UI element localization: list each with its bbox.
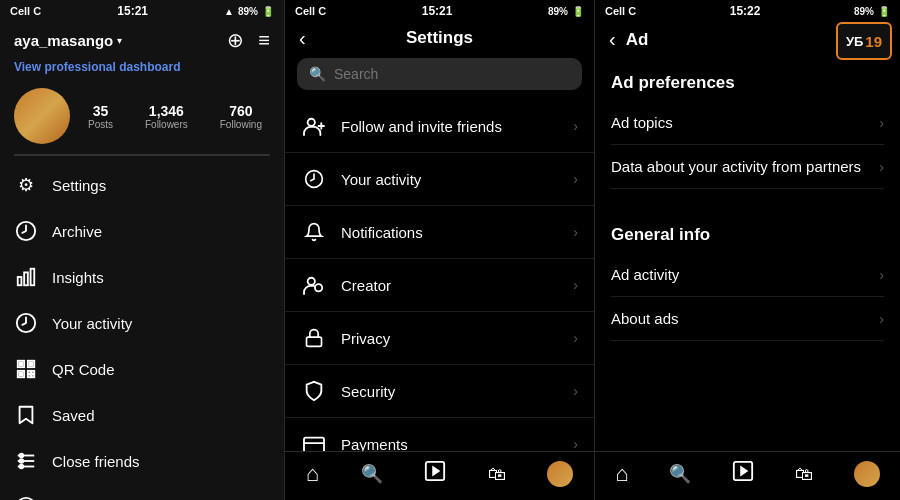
status-icons-2: 89% 🔋 bbox=[548, 6, 584, 17]
follow-invite-label: Follow and invite friends bbox=[341, 118, 502, 135]
watermark-text: УБ bbox=[846, 34, 863, 49]
ads-back-button[interactable]: ‹ bbox=[609, 28, 616, 51]
payments-icon bbox=[301, 431, 327, 451]
following-count: 760 bbox=[229, 103, 252, 119]
ad-preferences-section: Ad preferences Ad topics › Data about yo… bbox=[611, 61, 884, 189]
sidebar-item-close-friends[interactable]: Close friends bbox=[0, 438, 284, 484]
pro-dashboard-link[interactable]: View professional dashboard bbox=[0, 58, 284, 82]
panel-ads: Cell C 15:22 89% 🔋 ‹ Ad УБ 19 Ad prefere… bbox=[595, 0, 900, 500]
username-chevron-icon: ▾ bbox=[117, 35, 122, 46]
security-icon bbox=[301, 378, 327, 404]
settings-item-follow-invite[interactable]: Follow and invite friends › bbox=[285, 100, 594, 153]
ads-header: ‹ Ad УБ 19 bbox=[595, 22, 900, 61]
general-info-title: General info bbox=[611, 209, 884, 253]
back-button[interactable]: ‹ bbox=[299, 27, 306, 50]
svg-point-24 bbox=[308, 119, 315, 126]
sidebar-item-covid[interactable]: COVID-19 Information Centre bbox=[0, 484, 284, 500]
svg-point-29 bbox=[315, 284, 322, 291]
nav-avatar-3[interactable] bbox=[854, 461, 880, 487]
settings-item-security[interactable]: Security › bbox=[285, 365, 594, 418]
archive-label: Archive bbox=[52, 223, 102, 240]
battery-3: 89% bbox=[854, 6, 874, 17]
posts-count: 35 bbox=[93, 103, 109, 119]
payments-label: Payments bbox=[341, 436, 408, 452]
svg-rect-15 bbox=[32, 375, 35, 378]
settings-item-your-activity[interactable]: Your activity › bbox=[285, 153, 594, 206]
nav-search-icon-3[interactable]: 🔍 bbox=[669, 463, 691, 485]
username: aya_masango bbox=[14, 32, 113, 49]
new-post-icon[interactable]: ⊕ bbox=[227, 28, 244, 52]
ad-topics-label: Ad topics bbox=[611, 114, 673, 131]
posts-label: Posts bbox=[88, 119, 113, 130]
sidebar-item-insights[interactable]: Insights bbox=[0, 254, 284, 300]
ads-item-about-ads[interactable]: About ads › bbox=[611, 297, 884, 341]
svg-rect-8 bbox=[20, 363, 23, 366]
status-bar-1: Cell C 15:21 ▲ 89% 🔋 bbox=[0, 0, 284, 22]
carrier-2: Cell C bbox=[295, 5, 326, 17]
sidebar-item-archive[interactable]: Archive bbox=[0, 208, 284, 254]
nav-avatar[interactable] bbox=[547, 461, 573, 487]
battery-icon-3: 🔋 bbox=[878, 6, 890, 17]
search-bar[interactable]: 🔍 bbox=[297, 58, 582, 90]
svg-rect-13 bbox=[32, 371, 35, 374]
stat-following: 760 Following bbox=[220, 103, 262, 130]
sidebar-menu: ⚙ Settings Archive Insights bbox=[0, 162, 284, 500]
ads-item-ad-activity[interactable]: Ad activity › bbox=[611, 253, 884, 297]
nav-reels-icon[interactable] bbox=[424, 460, 446, 488]
settings-item-payments[interactable]: Payments › bbox=[285, 418, 594, 451]
activity-icon bbox=[14, 311, 38, 335]
chevron-security: › bbox=[573, 383, 578, 399]
nav-home-icon[interactable]: ⌂ bbox=[306, 461, 319, 487]
sidebar-item-settings[interactable]: ⚙ Settings bbox=[0, 162, 284, 208]
search-input[interactable] bbox=[334, 66, 570, 82]
settings-list: Follow and invite friends › Your activit… bbox=[285, 100, 594, 451]
svg-rect-2 bbox=[24, 272, 28, 285]
chevron-follow-invite: › bbox=[573, 118, 578, 134]
settings-item-privacy[interactable]: Privacy › bbox=[285, 312, 594, 365]
ads-content: Ad preferences Ad topics › Data about yo… bbox=[595, 61, 900, 451]
settings-item-creator[interactable]: Creator › bbox=[285, 259, 594, 312]
data-partners-label: Data about your activity from partners bbox=[611, 158, 861, 175]
svg-point-19 bbox=[20, 454, 24, 458]
chevron-ad-activity: › bbox=[879, 267, 884, 283]
nav-reels-icon-3[interactable] bbox=[732, 460, 754, 488]
search-icon: 🔍 bbox=[309, 66, 326, 82]
stat-followers: 1,346 Followers bbox=[145, 103, 188, 130]
follow-invite-icon bbox=[301, 113, 327, 139]
general-info-section: General info Ad activity › About ads › bbox=[611, 209, 884, 341]
ad-activity-label: Ad activity bbox=[611, 266, 679, 283]
sidebar-item-saved[interactable]: Saved bbox=[0, 392, 284, 438]
ad-preferences-title: Ad preferences bbox=[611, 61, 884, 101]
nav-home-icon-3[interactable]: ⌂ bbox=[615, 461, 628, 487]
divider-bar bbox=[14, 154, 270, 156]
sidebar-item-qr-code[interactable]: QR Code bbox=[0, 346, 284, 392]
profile-header: aya_masango ▾ ⊕ ≡ bbox=[0, 22, 284, 58]
battery-icon: 🔋 bbox=[262, 6, 274, 17]
sidebar-item-your-activity[interactable]: Your activity bbox=[0, 300, 284, 346]
status-bar-3: Cell C 15:22 89% 🔋 bbox=[595, 0, 900, 22]
svg-rect-14 bbox=[28, 375, 31, 378]
nav-shop-icon-3[interactable]: 🛍 bbox=[795, 464, 813, 485]
your-activity-settings-label: Your activity bbox=[341, 171, 421, 188]
chevron-your-activity: › bbox=[573, 171, 578, 187]
bottom-nav-2: ⌂ 🔍 🛍 bbox=[285, 451, 594, 500]
avatar[interactable] bbox=[14, 88, 70, 144]
archive-icon bbox=[14, 219, 38, 243]
settings-header: ‹ Settings bbox=[285, 22, 594, 58]
insights-label: Insights bbox=[52, 269, 104, 286]
chevron-data-partners: › bbox=[879, 159, 884, 175]
hamburger-icon[interactable]: ≡ bbox=[258, 29, 270, 52]
nav-shop-icon[interactable]: 🛍 bbox=[488, 464, 506, 485]
ads-title: Ad bbox=[626, 30, 649, 50]
qr-label: QR Code bbox=[52, 361, 115, 378]
chevron-notifications: › bbox=[573, 224, 578, 240]
nav-search-icon[interactable]: 🔍 bbox=[361, 463, 383, 485]
username-row[interactable]: aya_masango ▾ bbox=[14, 32, 122, 49]
svg-rect-31 bbox=[304, 438, 324, 451]
notifications-icon bbox=[301, 219, 327, 245]
settings-item-notifications[interactable]: Notifications › bbox=[285, 206, 594, 259]
followers-label: Followers bbox=[145, 119, 188, 130]
ads-item-data-partners[interactable]: Data about your activity from partners › bbox=[611, 145, 884, 189]
ads-item-ad-topics[interactable]: Ad topics › bbox=[611, 101, 884, 145]
time-2: 15:21 bbox=[422, 4, 453, 18]
